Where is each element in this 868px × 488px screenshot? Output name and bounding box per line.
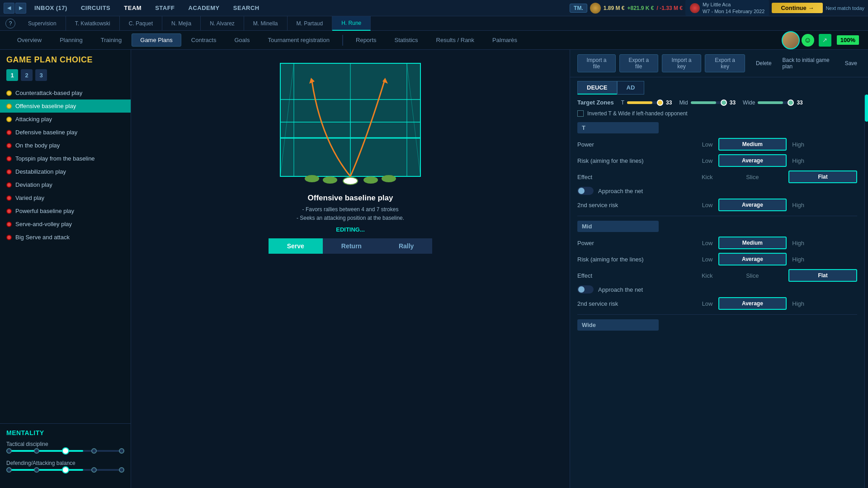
- tab-planning[interactable]: Planning: [52, 34, 91, 46]
- tab-rally[interactable]: Rally: [380, 238, 432, 254]
- play-on-body[interactable]: On the body play: [0, 139, 131, 152]
- t-risk-low[interactable]: Low: [648, 157, 717, 164]
- zone-wide-val: 33: [797, 99, 802, 106]
- tab-reports[interactable]: Reports: [348, 34, 385, 46]
- tab-deuce[interactable]: DEUCE: [577, 81, 617, 95]
- play-varied[interactable]: Varied play: [0, 191, 131, 204]
- nav-inbox[interactable]: INBOX (17): [29, 3, 73, 13]
- invert-checkbox[interactable]: [577, 110, 584, 117]
- tab-contracts[interactable]: Contracts: [183, 34, 225, 46]
- save-label[interactable]: Save: [841, 58, 861, 69]
- play-serve-volley[interactable]: Serve-and-volley play: [0, 218, 131, 231]
- tab-return[interactable]: Return: [323, 238, 380, 254]
- plan-num-2[interactable]: 2: [21, 69, 33, 81]
- tab-training[interactable]: Training: [93, 34, 130, 46]
- mid-effect-row: Effect Kick Slice Flat: [577, 269, 857, 282]
- mid-approach-toggle[interactable]: [577, 285, 594, 294]
- mid-effect-kick[interactable]: Kick: [648, 272, 717, 279]
- t-effect-slice[interactable]: Slice: [718, 174, 787, 180]
- tab-game-plans[interactable]: Game Plans: [132, 33, 181, 47]
- t-risk-high[interactable]: High: [788, 157, 857, 164]
- export-file-button[interactable]: Export a file: [619, 54, 658, 72]
- tab-ad[interactable]: AD: [617, 81, 645, 95]
- t-power-low[interactable]: Low: [648, 141, 717, 148]
- zone-wide[interactable]: Wide 33: [743, 99, 803, 106]
- plan-num-3[interactable]: 3: [35, 69, 47, 81]
- t-approach-toggle[interactable]: [577, 187, 594, 195]
- nav-search[interactable]: SEARCH: [228, 3, 265, 13]
- t-2nd-high[interactable]: High: [788, 202, 857, 208]
- tab-serve[interactable]: Serve: [269, 238, 323, 254]
- mid-risk-label: Risk (aiming for the lines): [577, 256, 646, 263]
- t-risk-row: Risk (aiming for the lines) Low Average …: [577, 154, 857, 167]
- t-effect-flat-btn[interactable]: Flat: [788, 171, 857, 183]
- mid-2nd-low[interactable]: Low: [648, 300, 717, 307]
- scrollbar-track[interactable]: [864, 95, 868, 488]
- tab-goals[interactable]: Goals: [226, 34, 258, 46]
- mid-2nd-high[interactable]: High: [788, 300, 857, 307]
- play-destabilization[interactable]: Destabilization play: [0, 165, 131, 178]
- defending-attacking-label: Defending/Attacking balance: [6, 460, 124, 466]
- import-file-button[interactable]: Import a file: [577, 54, 616, 72]
- zone-mid-label: Mid: [679, 99, 688, 106]
- export-key-button[interactable]: Export a key: [705, 54, 745, 72]
- nav-back[interactable]: ◀: [4, 3, 14, 14]
- continue-button[interactable]: Continue →: [772, 3, 823, 13]
- tab-alvarez[interactable]: N. Alvarez: [201, 16, 244, 31]
- nav-academy[interactable]: ACADEMY: [183, 3, 225, 13]
- mid-power-high[interactable]: High: [788, 240, 857, 246]
- mid-risk-average-btn[interactable]: Average: [718, 253, 787, 265]
- zone-mid[interactable]: Mid 33: [679, 99, 736, 106]
- nav-forward[interactable]: ▶: [15, 3, 26, 14]
- tab-kwiatkowski[interactable]: T. Kwiatkowski: [66, 16, 120, 31]
- t-effect-kick[interactable]: Kick: [648, 174, 717, 180]
- tab-supervision[interactable]: Supervision: [19, 16, 66, 31]
- mid-power-low[interactable]: Low: [648, 240, 717, 246]
- tab-mejia[interactable]: N. Mejia: [162, 16, 201, 31]
- play-defensive-baseline[interactable]: Defensive baseline play: [0, 126, 131, 139]
- tab-statistics[interactable]: Statistics: [387, 34, 426, 46]
- tab-rune[interactable]: H. Rune: [332, 16, 371, 31]
- import-key-button[interactable]: Import a key: [662, 54, 702, 72]
- tab-paquet[interactable]: C. Paquet: [120, 16, 162, 31]
- mid-2nd-average-btn[interactable]: Average: [718, 297, 787, 310]
- nav-circuits[interactable]: CIRCUITS: [75, 3, 116, 13]
- svg-point-17: [323, 176, 337, 184]
- play-offensive-baseline[interactable]: Offensive baseline play: [0, 99, 131, 113]
- t-risk-average-btn[interactable]: Average: [718, 154, 787, 167]
- play-topspin[interactable]: Topspin play from the baseline: [0, 152, 131, 165]
- play-label-varied: Varied play: [15, 194, 44, 201]
- t-2nd-low[interactable]: Low: [648, 202, 717, 208]
- plan-num-1[interactable]: 1: [6, 69, 18, 81]
- tab-overview[interactable]: Overview: [9, 34, 50, 46]
- play-attacking[interactable]: Attacking play: [0, 113, 131, 126]
- back-label[interactable]: Back to initial game plan: [779, 55, 838, 72]
- delete-label[interactable]: Delete: [752, 58, 775, 69]
- nav-staff[interactable]: STAFF: [150, 3, 180, 13]
- t-2nd-average-btn[interactable]: Average: [718, 199, 787, 211]
- tab-results[interactable]: Results / Rank: [428, 34, 483, 46]
- play-label-powerful: Powerful baseline play: [15, 208, 74, 214]
- tab-tournament[interactable]: Tournament registration: [259, 34, 338, 46]
- tactical-discipline-label: Tactical discipline: [6, 441, 124, 447]
- tab-partaud[interactable]: M. Partaud: [288, 16, 333, 31]
- t-power-high[interactable]: High: [788, 141, 857, 148]
- play-counterattack[interactable]: Counterattack-based play: [0, 86, 131, 99]
- mid-effect-slice[interactable]: Slice: [718, 272, 787, 279]
- tab-minella[interactable]: M. Minella: [244, 16, 288, 31]
- tab-palmares[interactable]: Palmarès: [484, 34, 525, 46]
- tactical-slider[interactable]: [6, 450, 124, 452]
- mid-effect-flat-btn[interactable]: Flat: [788, 269, 857, 282]
- mid-risk-low[interactable]: Low: [648, 256, 717, 263]
- zone-t[interactable]: T 33: [621, 99, 672, 106]
- mid-power-medium-btn[interactable]: Medium: [718, 237, 787, 249]
- defending-slider[interactable]: [6, 469, 124, 471]
- mid-risk-high[interactable]: High: [788, 256, 857, 263]
- t-power-medium-btn[interactable]: Medium: [718, 138, 787, 151]
- play-big-serve[interactable]: Big Serve and attack: [0, 231, 131, 244]
- play-deviation[interactable]: Deviation play: [0, 178, 131, 191]
- play-powerful[interactable]: Powerful baseline play: [0, 204, 131, 218]
- nav-team[interactable]: TEAM: [118, 3, 147, 13]
- svg-point-18: [343, 177, 358, 185]
- help-icon[interactable]: ?: [5, 19, 15, 28]
